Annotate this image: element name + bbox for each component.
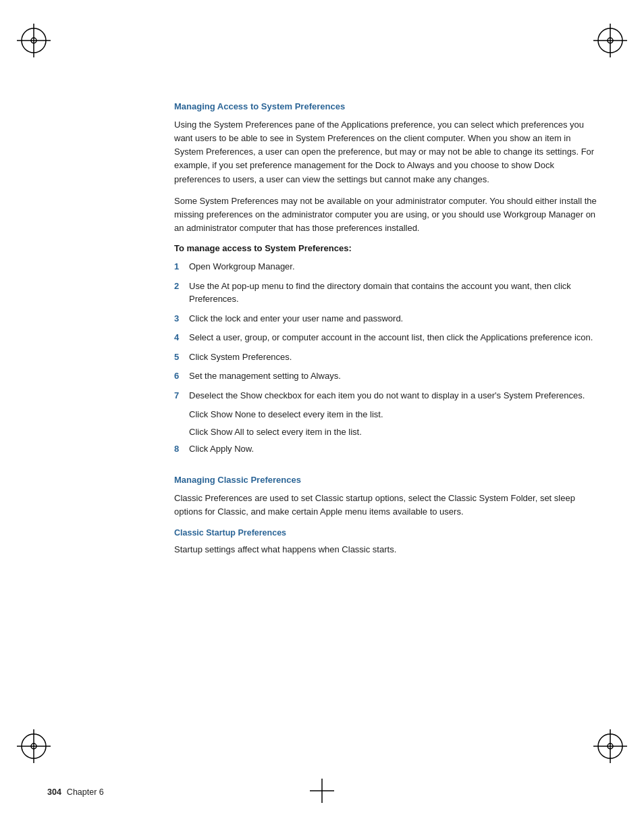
page-number: 304	[47, 787, 61, 797]
bottom-center-mark	[308, 777, 336, 807]
section-classic-heading: Managing Classic Preferences	[174, 475, 597, 485]
section-classic-para1: Classic Preferences are used to set Clas…	[174, 492, 597, 519]
step-8-num: 8	[174, 442, 189, 456]
section-access-para1: Using the System Preferences pane of the…	[174, 118, 597, 186]
step-8: 8 Click Apply Now.	[174, 442, 597, 456]
step-3-num: 3	[174, 312, 189, 325]
subsection-startup-para1: Startup settings affect what happens whe…	[174, 543, 597, 556]
step-7-text: Deselect the Show checkbox for each item…	[189, 389, 597, 402]
step-5: 5 Click System Preferences.	[174, 350, 597, 364]
step-8-list: 8 Click Apply Now.	[174, 442, 597, 456]
sub-step-2: Click Show All to select every item in t…	[189, 425, 597, 439]
step-3: 3 Click the lock and enter your user nam…	[174, 312, 597, 325]
step-8-text: Click Apply Now.	[189, 442, 597, 456]
step-1-num: 1	[174, 260, 189, 273]
corner-mark-tr	[590, 20, 630, 61]
section-access-heading: Managing Access to System Preferences	[174, 101, 597, 111]
corner-mark-tl	[14, 20, 54, 61]
corner-mark-bl	[14, 726, 54, 766]
subsection-startup-heading: Classic Startup Preferences	[174, 528, 597, 538]
section-access-para2: Some System Preferences may not be avail…	[174, 194, 597, 235]
step-4-text: Select a user, group, or computer accoun…	[189, 331, 597, 344]
step-1: 1 Open Workgroup Manager.	[174, 260, 597, 273]
step-6: 6 Set the management setting to Always.	[174, 369, 597, 383]
section-access: Managing Access to System Preferences Us…	[174, 101, 597, 456]
steps-list: 1 Open Workgroup Manager. 2 Use the At p…	[174, 260, 597, 402]
footer: 304 Chapter 6	[47, 787, 104, 797]
sub-step-1: Click Show None to deselect every item i…	[189, 408, 597, 421]
step-6-text: Set the management setting to Always.	[189, 369, 597, 383]
step-7-num: 7	[174, 389, 189, 402]
page: Managing Access to System Preferences Us…	[0, 0, 644, 834]
step-5-text: Click System Preferences.	[189, 350, 597, 364]
step-6-num: 6	[174, 369, 189, 383]
step-2-text: Use the At pop-up menu to find the direc…	[189, 280, 597, 306]
step-4-num: 4	[174, 331, 189, 344]
chapter-label: Chapter 6	[67, 787, 104, 797]
step-1-text: Open Workgroup Manager.	[189, 260, 597, 273]
step-2: 2 Use the At pop-up menu to find the dir…	[174, 280, 597, 306]
step-5-num: 5	[174, 350, 189, 364]
step-2-num: 2	[174, 280, 189, 293]
section-classic: Managing Classic Preferences Classic Pre…	[174, 475, 597, 556]
main-content: Managing Access to System Preferences Us…	[174, 101, 597, 739]
instruction-heading: To manage access to System Preferences:	[174, 243, 597, 253]
step-7: 7 Deselect the Show checkbox for each it…	[174, 389, 597, 402]
step-4: 4 Select a user, group, or computer acco…	[174, 331, 597, 344]
step-3-text: Click the lock and enter your user name …	[189, 312, 597, 325]
